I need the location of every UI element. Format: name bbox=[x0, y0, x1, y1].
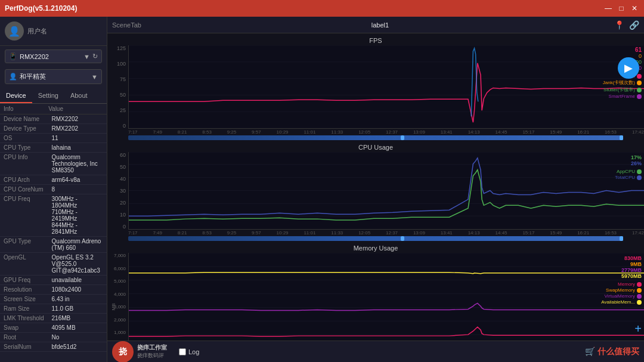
fps-chart-title: FPS bbox=[107, 36, 644, 45]
refresh-icon[interactable]: ↻ bbox=[92, 52, 98, 60]
main-layout: 👤 用户名 📱 RMX2202 ▼ ↻ 👤 和平精英 ▼ Device Sett… bbox=[0, 17, 644, 362]
tab-device[interactable]: Device bbox=[0, 89, 32, 103]
fps-x-axis: 7:177:498:218:539:259:5710:2911:0111:331… bbox=[107, 129, 644, 135]
watermark: 🛒 什么值得买 bbox=[585, 346, 639, 357]
minimize-button[interactable]: — bbox=[603, 4, 613, 13]
share-icon[interactable]: 🔗 bbox=[629, 20, 639, 30]
sidebar: 👤 用户名 📱 RMX2202 ▼ ↻ 👤 和平精英 ▼ Device Sett… bbox=[0, 17, 107, 362]
table-row: GPU TypeQualcomm Adreno (TM) 660 bbox=[0, 237, 107, 253]
person-icon: 👤 bbox=[9, 73, 17, 81]
studio-name: 挠痒工作室 bbox=[137, 344, 167, 352]
logo-area: 挠 挠痒工作室 挠痒数码评 bbox=[112, 341, 167, 363]
title-bar: PerfDog(v5.1.210204) — □ ✕ bbox=[0, 0, 644, 17]
table-row: GPU Frequnavailable bbox=[0, 276, 107, 285]
tab-setting[interactable]: Setting bbox=[32, 89, 64, 103]
toolbar-icons: 📍 🔗 bbox=[614, 20, 639, 30]
table-row: OS11 bbox=[0, 134, 107, 143]
memory-legend: 830MB 9MB 2779MB 5970MB Memory SwapMemor… bbox=[601, 255, 642, 305]
device-name: RMX2202 bbox=[20, 53, 83, 60]
table-row: SerialNumbfde51d2 bbox=[0, 342, 107, 352]
device-selector-wrapper[interactable]: 📱 RMX2202 ▼ ↻ bbox=[5, 49, 102, 63]
cpu-x-axis: 7:177:498:218:539:259:5710:2911:0111:331… bbox=[107, 230, 644, 236]
value-col-header: Value bbox=[48, 106, 63, 112]
add-button[interactable]: + bbox=[634, 322, 642, 336]
table-row: Resolution1080x2400 bbox=[0, 285, 107, 295]
scene-tab-label: SceneTab bbox=[112, 21, 141, 29]
cpu-legend: 17% 26% AppCPU TotalCPU bbox=[615, 154, 642, 181]
memory-chart-wrapper: 7,000 6,000 5,000 4,000 3,000 2,000 1,00… bbox=[107, 253, 644, 341]
game-selector-wrapper[interactable]: 👤 和平精英 ▼ bbox=[5, 69, 102, 84]
fps-jank-value: 0 bbox=[603, 53, 642, 59]
maximize-button[interactable]: □ bbox=[617, 4, 626, 13]
right-panel: SceneTab label1 📍 🔗 FPS 125 100 75 50 25 bbox=[107, 17, 644, 362]
avatar: 👤 bbox=[5, 21, 24, 41]
info-table-header: Info Value bbox=[0, 104, 107, 115]
cpu-chart-area: 17% 26% AppCPU TotalCPU bbox=[128, 152, 644, 230]
cpu-chart-section: CPU Usage 60 50 40 30 20 10 0 bbox=[107, 143, 644, 241]
window-controls: — □ ✕ bbox=[603, 4, 639, 13]
log-area[interactable]: Log bbox=[179, 348, 199, 355]
memory-chart-title: Memory Usage bbox=[107, 243, 644, 253]
cpu-timeline[interactable] bbox=[128, 236, 623, 241]
memory-chart-area: 830MB 9MB 2779MB 5970MB Memory SwapMemor… bbox=[128, 253, 644, 341]
cpu-chart-title: CPU Usage bbox=[107, 143, 644, 152]
log-checkbox[interactable] bbox=[179, 348, 186, 355]
scene-tab-bar: SceneTab label1 📍 🔗 bbox=[107, 17, 644, 33]
memory-y-axis: 7,000 6,000 5,000 4,000 3,000 2,000 1,00… bbox=[107, 253, 128, 341]
tab-bar: Device Setting About bbox=[0, 89, 107, 104]
tab-label: label1 bbox=[146, 21, 614, 29]
watermark-icon: 🛒 bbox=[585, 346, 595, 356]
user-section: 👤 用户名 bbox=[0, 17, 107, 46]
table-row: Device TypeRMX2202 bbox=[0, 124, 107, 134]
memory-chart-section: Memory Usage 7,000 6,000 5,000 4,000 3,0… bbox=[107, 243, 644, 341]
charts-container[interactable]: FPS 125 100 75 50 25 0 bbox=[107, 33, 644, 341]
game-name: 和平精英 bbox=[20, 72, 91, 81]
table-row: CPU Freq300MHz - 1804MHz 710MHz - 2419MH… bbox=[0, 194, 107, 237]
table-row: OpenGLOpenGL ES 3.2 V@525.0 GIT@a942c1ab… bbox=[0, 253, 107, 276]
table-row: LMK Threshold216MB bbox=[0, 314, 107, 323]
fps-chart-section: FPS 125 100 75 50 25 0 bbox=[107, 36, 644, 140]
device-info-table: Device NameRMX2202Device TypeRMX2202OS11… bbox=[0, 115, 107, 352]
fps-chart-wrapper: 125 100 75 50 25 0 bbox=[107, 45, 644, 129]
app-title: PerfDog(v5.1.210204) bbox=[5, 4, 77, 13]
info-col-header: Info bbox=[4, 106, 48, 112]
table-row: Screen Size6.43 in bbox=[0, 295, 107, 304]
device-icon: 📱 bbox=[9, 52, 17, 60]
table-row: CPU InfoQualcomm Technologies, Inc SM835… bbox=[0, 153, 107, 175]
info-table: Info Value Device NameRMX2202Device Type… bbox=[0, 104, 107, 362]
table-row: CPU CoreNum8 bbox=[0, 185, 107, 194]
table-row: RootNo bbox=[0, 333, 107, 342]
play-button[interactable]: ▶ bbox=[618, 57, 639, 79]
table-row: Ram Size11.0 GB bbox=[0, 304, 107, 314]
fps-value: 61 bbox=[603, 47, 642, 53]
fps-legend: FPS Jank(卡顿次数) Stutter(卡顿率) SmartFrame bbox=[603, 73, 642, 99]
bottom-logo: 挠 bbox=[112, 341, 134, 363]
tab-about[interactable]: About bbox=[64, 89, 94, 103]
close-button[interactable]: ✕ bbox=[630, 4, 639, 13]
bottom-bar: 挠 挠痒工作室 挠痒数码评 Log 🛒 什么值得买 bbox=[107, 341, 644, 362]
table-row: Device NameRMX2202 bbox=[0, 115, 107, 124]
location-icon[interactable]: 📍 bbox=[614, 20, 624, 30]
memory-y-unit: MB bbox=[111, 304, 116, 311]
cpu-chart-wrapper: 60 50 40 30 20 10 0 bbox=[107, 152, 644, 230]
game-dropdown-icon: ▼ bbox=[91, 73, 98, 81]
sub-text: 挠痒数码评 bbox=[137, 352, 167, 360]
studio-info: 挠痒工作室 挠痒数码评 bbox=[137, 344, 167, 360]
username: 用户名 bbox=[27, 27, 47, 36]
fps-chart-area: 61 0 0.00 0 FPS Jank(卡顿次数) Stutter(卡顿率) … bbox=[128, 45, 644, 129]
table-row: CPU Typelahaina bbox=[0, 143, 107, 153]
table-row: CPU Archarm64-v8a bbox=[0, 175, 107, 185]
fps-timeline[interactable] bbox=[128, 135, 623, 140]
fps-y-axis: 125 100 75 50 25 0 bbox=[107, 45, 128, 129]
logo-text: 挠 bbox=[119, 346, 127, 357]
device-dropdown-icon: ▼ bbox=[83, 53, 90, 60]
table-row: Swap4095 MB bbox=[0, 323, 107, 333]
cpu-y-axis: 60 50 40 30 20 10 0 bbox=[107, 152, 128, 230]
log-label: Log bbox=[188, 348, 199, 355]
